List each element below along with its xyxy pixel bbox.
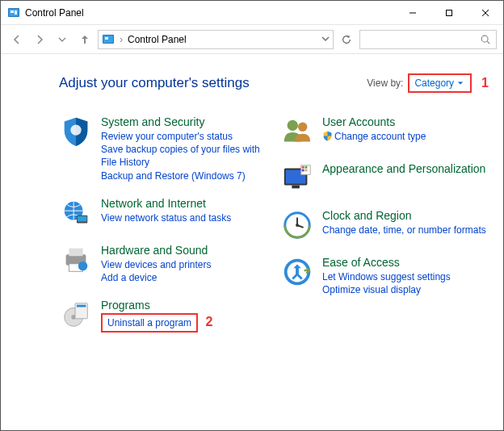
left-column: System and Security Review your computer… xyxy=(59,115,267,347)
category-programs: Programs Uninstall a program 2 xyxy=(59,299,267,333)
view-by-dropdown[interactable]: Category xyxy=(408,73,472,93)
svg-rect-16 xyxy=(78,216,86,222)
category-link[interactable]: Change date, time, or number formats xyxy=(322,224,489,236)
refresh-button[interactable] xyxy=(337,30,356,49)
control-panel-icon xyxy=(7,6,20,19)
right-column: User Accounts Change account type xyxy=(280,115,489,347)
svg-line-12 xyxy=(487,41,489,44)
window-title: Control Panel xyxy=(25,7,84,19)
svg-point-20 xyxy=(78,262,87,270)
svg-rect-5 xyxy=(446,10,452,15)
maximize-button[interactable] xyxy=(430,1,467,24)
header-row: Adjust your computer's settings View by:… xyxy=(59,73,489,93)
category-appearance: Appearance and Personalization xyxy=(280,162,489,195)
up-button[interactable] xyxy=(75,30,94,49)
svg-point-13 xyxy=(70,124,81,135)
svg-rect-33 xyxy=(302,169,304,172)
forward-button[interactable] xyxy=(30,30,49,49)
ease-of-access-icon xyxy=(280,256,314,288)
titlebar: Control Panel xyxy=(1,1,503,25)
category-title[interactable]: Programs xyxy=(101,299,267,312)
category-columns: System and Security Review your computer… xyxy=(59,115,489,347)
chevron-down-icon xyxy=(457,80,464,86)
address-text[interactable]: Control Panel xyxy=(128,34,187,45)
svg-rect-34 xyxy=(305,169,308,172)
svg-rect-10 xyxy=(105,37,108,40)
uac-shield-icon xyxy=(322,131,333,141)
view-by: View by: Category 1 xyxy=(367,73,489,93)
category-title[interactable]: User Accounts xyxy=(322,115,489,128)
category-clock-region: Clock and Region Change date, time, or n… xyxy=(280,209,489,241)
category-link[interactable]: Save backup copies of your files with Fi… xyxy=(101,143,267,169)
svg-rect-2 xyxy=(10,10,14,13)
svg-rect-32 xyxy=(305,166,308,169)
category-title[interactable]: System and Security xyxy=(101,115,267,128)
clock-icon xyxy=(280,209,314,241)
svg-rect-24 xyxy=(77,305,86,308)
globe-network-icon xyxy=(59,197,93,229)
back-button[interactable] xyxy=(7,30,27,49)
content-area: Adjust your computer's settings View by:… xyxy=(1,54,503,430)
programs-icon xyxy=(59,299,93,331)
svg-point-39 xyxy=(296,224,299,227)
view-by-value: Category xyxy=(414,77,454,89)
category-link[interactable]: Optimize visual display xyxy=(322,283,489,296)
monitor-appearance-icon xyxy=(280,162,314,195)
category-link[interactable]: Backup and Restore (Windows 7) xyxy=(101,169,267,182)
search-icon xyxy=(480,34,491,45)
category-title[interactable]: Appearance and Personalization xyxy=(322,162,489,175)
svg-point-25 xyxy=(288,120,298,131)
category-system-security: System and Security Review your computer… xyxy=(59,115,267,182)
annotation-1: 1 xyxy=(481,76,489,90)
category-link[interactable]: Add a device xyxy=(101,271,267,284)
recent-locations-button[interactable] xyxy=(52,30,72,49)
printer-icon xyxy=(59,244,93,276)
category-hardware-sound: Hardware and Sound View devices and prin… xyxy=(59,244,267,284)
category-link[interactable]: Let Windows suggest settings xyxy=(322,270,489,283)
category-link[interactable]: View network status and tasks xyxy=(101,211,267,224)
address-bar[interactable]: › Control Panel xyxy=(98,30,334,49)
search-input[interactable] xyxy=(359,30,497,49)
svg-rect-31 xyxy=(302,166,304,169)
category-title[interactable]: Clock and Region xyxy=(322,209,489,222)
view-by-label: View by: xyxy=(367,77,403,89)
svg-rect-18 xyxy=(69,248,82,256)
category-link[interactable]: Change account type xyxy=(322,130,489,143)
uninstall-program-link[interactable]: Uninstall a program xyxy=(107,317,191,328)
address-dropdown-icon[interactable] xyxy=(321,34,330,45)
category-title[interactable]: Network and Internet xyxy=(101,197,267,210)
category-network-internet: Network and Internet View network status… xyxy=(59,197,267,229)
minimize-button[interactable] xyxy=(394,1,430,24)
control-panel-icon xyxy=(102,33,115,46)
svg-rect-29 xyxy=(292,186,300,189)
svg-point-11 xyxy=(481,36,488,42)
close-button[interactable] xyxy=(467,1,503,24)
category-user-accounts: User Accounts Change account type xyxy=(280,115,489,148)
breadcrumb-chevron-icon[interactable]: › xyxy=(120,34,123,45)
nav-row: › Control Panel xyxy=(1,25,503,54)
category-link[interactable]: Review your computer's status xyxy=(101,130,267,143)
highlighted-link-box: Uninstall a program xyxy=(101,313,198,333)
annotation-2: 2 xyxy=(205,315,212,328)
category-title[interactable]: Ease of Access xyxy=(322,256,489,269)
category-ease-of-access: Ease of Access Let Windows suggest setti… xyxy=(280,256,489,296)
category-link[interactable]: View devices and printers xyxy=(101,258,267,271)
shield-icon xyxy=(59,115,93,148)
users-icon xyxy=(280,115,314,148)
svg-point-26 xyxy=(298,123,307,132)
page-title: Adjust your computer's settings xyxy=(59,75,250,91)
svg-rect-3 xyxy=(15,10,17,15)
category-title[interactable]: Hardware and Sound xyxy=(101,244,267,257)
